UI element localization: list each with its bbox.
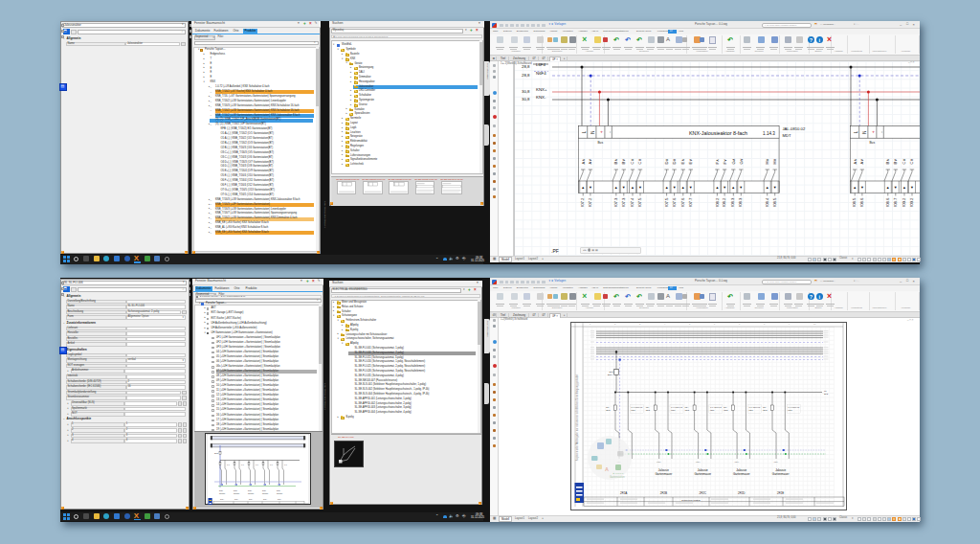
svg-text:2F2A: 2F2A <box>263 498 268 500</box>
svg-text:Jalousie: Jalousie <box>262 491 268 493</box>
svg-text:B16A: B16A <box>608 374 613 375</box>
svg-text:JAL-0810.02: JAL-0810.02 <box>748 406 761 408</box>
svg-text:/2F2: /2F2 <box>646 409 651 411</box>
svg-text:Bus: Bus <box>869 141 875 145</box>
svg-text:▲: ▲ <box>665 185 669 190</box>
svg-text:MDT: MDT <box>710 409 715 411</box>
svg-text:/08.5: /08.5 <box>852 197 857 207</box>
svg-text:/08.6: /08.6 <box>859 197 864 207</box>
svg-text:/08.3: /08.3 <box>730 197 735 207</box>
svg-text:▼: ▼ <box>894 185 898 190</box>
svg-text:/07.4: /07.4 <box>630 197 635 207</box>
svg-text:▲: ▲ <box>581 185 585 190</box>
svg-text:JAL-0810.02: JAL-0810.02 <box>710 406 723 408</box>
svg-text:▲: ▲ <box>731 185 735 190</box>
svg-text:ELECTRO NOBIS: ELECTRO NOBIS <box>681 499 701 502</box>
svg-text:Kopieren oder Weitergabe nur m: Kopieren oder Weitergabe nur mit unserer… <box>575 374 579 461</box>
svg-text:▲: ▲ <box>614 185 618 190</box>
svg-text:2F2A: 2F2A <box>620 491 627 495</box>
svg-text:A∧: A∧ <box>581 158 586 164</box>
svg-text:Gartenmauer: Gartenmauer <box>772 472 790 476</box>
svg-text:2F2A: 2F2A <box>220 498 225 500</box>
svg-text:C∨: C∨ <box>909 158 914 164</box>
svg-text:/08.7: /08.7 <box>893 197 898 207</box>
svg-text:-KGX: -KGX <box>773 461 779 463</box>
svg-text:/07.6: /07.6 <box>672 197 677 207</box>
svg-text:E∨: E∨ <box>688 158 693 164</box>
svg-text:JAL: JAL <box>241 463 244 465</box>
svg-text:▲: ▲ <box>631 185 635 190</box>
svg-text:▼: ▼ <box>860 185 864 190</box>
svg-text:30,8: 30,8 <box>522 89 530 94</box>
svg-text:2F2A: 2F2A <box>249 498 254 500</box>
svg-text:30,8: 30,8 <box>522 97 530 102</box>
svg-text:-KGX: -KGX <box>657 461 662 463</box>
svg-text:JAL: JAL <box>284 463 287 465</box>
svg-text:▲: ▲ <box>681 185 685 190</box>
svg-text:2F2E: 2F2E <box>777 491 784 495</box>
svg-text:KNX-Jalousieaktor 8-fach: KNX-Jalousieaktor 8-fach <box>689 130 747 136</box>
svg-text:2F2: 2F2 <box>824 393 829 396</box>
svg-text:-KGX: -KGX <box>734 461 740 463</box>
svg-text:/2F2: /2F2 <box>724 409 728 411</box>
svg-text:A∧: A∧ <box>853 158 858 164</box>
svg-text:F∧: F∧ <box>715 159 720 165</box>
svg-text:/07.3: /07.3 <box>621 197 626 207</box>
svg-text:1.14.3: 1.14.3 <box>763 131 775 136</box>
svg-text:▼: ▼ <box>622 185 626 190</box>
svg-text:/08.2: /08.2 <box>715 197 720 207</box>
svg-text:A: A <box>605 466 609 472</box>
svg-text:▼: ▼ <box>638 185 642 190</box>
svg-text:JAL: JAL <box>227 463 230 465</box>
svg-text:▲: ▲ <box>766 185 769 190</box>
svg-text:N: N <box>862 130 867 133</box>
svg-text:▲: ▲ <box>853 185 857 190</box>
svg-text:C∧: C∧ <box>631 158 635 164</box>
svg-text:13A: 13A <box>763 406 767 408</box>
svg-text:D∨: D∨ <box>672 158 677 164</box>
svg-text:B∧: B∧ <box>885 158 890 164</box>
svg-text:/2F2: /2F2 <box>685 409 690 411</box>
svg-text:JAL: JAL <box>256 463 258 465</box>
svg-text:H∧: H∧ <box>765 158 769 164</box>
svg-text:▼: ▼ <box>673 185 677 190</box>
svg-text:13A: 13A <box>646 406 650 408</box>
svg-text:Jalousie: Jalousie <box>277 491 282 493</box>
svg-text:13A: 13A <box>606 406 610 408</box>
svg-text:/07.5: /07.5 <box>637 197 642 207</box>
svg-text:▼: ▼ <box>589 185 592 190</box>
svg-text:KNX+: KNX+ <box>536 87 547 92</box>
svg-text:N: N <box>590 130 595 133</box>
svg-text:/2F2: /2F2 <box>606 409 611 411</box>
svg-text:/09.2: /09.2 <box>909 197 914 207</box>
svg-text:/07.5: /07.5 <box>664 197 669 207</box>
svg-text:MDT: MDT <box>671 409 676 411</box>
svg-text:JAL-0810.02: JAL-0810.02 <box>782 126 805 131</box>
svg-text:/08.4: /08.4 <box>765 197 769 207</box>
svg-text:Gartenstation: Gartenstation <box>610 475 625 479</box>
svg-text:E∧: E∧ <box>680 158 685 164</box>
svg-text:JAL: JAL <box>270 463 273 465</box>
svg-text:2F2: 2F2 <box>610 371 614 373</box>
svg-text:G∧: G∧ <box>731 158 736 164</box>
svg-text:/08.3: /08.3 <box>738 197 743 207</box>
svg-text:C∧: C∧ <box>902 158 906 164</box>
svg-text:▼: ▼ <box>689 185 693 190</box>
svg-text:2F2A: 2F2A <box>234 498 239 500</box>
svg-text:MDT: MDT <box>782 133 791 138</box>
svg-text:A∨: A∨ <box>859 158 864 164</box>
svg-text:2F2: 2F2 <box>214 452 219 454</box>
svg-text:13A: 13A <box>724 406 727 408</box>
svg-text:JAL-0810.02: JAL-0810.02 <box>788 406 800 408</box>
svg-text:A∨: A∨ <box>588 158 592 164</box>
svg-text:2F2A: 2F2A <box>278 498 282 500</box>
svg-text:28,8: 28,8 <box>522 73 530 78</box>
svg-text:▼: ▼ <box>739 185 743 190</box>
svg-text:▼: ▼ <box>723 185 726 190</box>
svg-text:/07.2: /07.2 <box>588 197 592 207</box>
svg-text:-KGX: -KGX <box>696 461 702 463</box>
svg-text:Jalousie: Jalousie <box>248 491 254 493</box>
svg-text:Jalousie: Jalousie <box>219 491 225 493</box>
svg-text:KNX-: KNX- <box>536 95 546 100</box>
svg-text:/08.6: /08.6 <box>885 197 890 207</box>
